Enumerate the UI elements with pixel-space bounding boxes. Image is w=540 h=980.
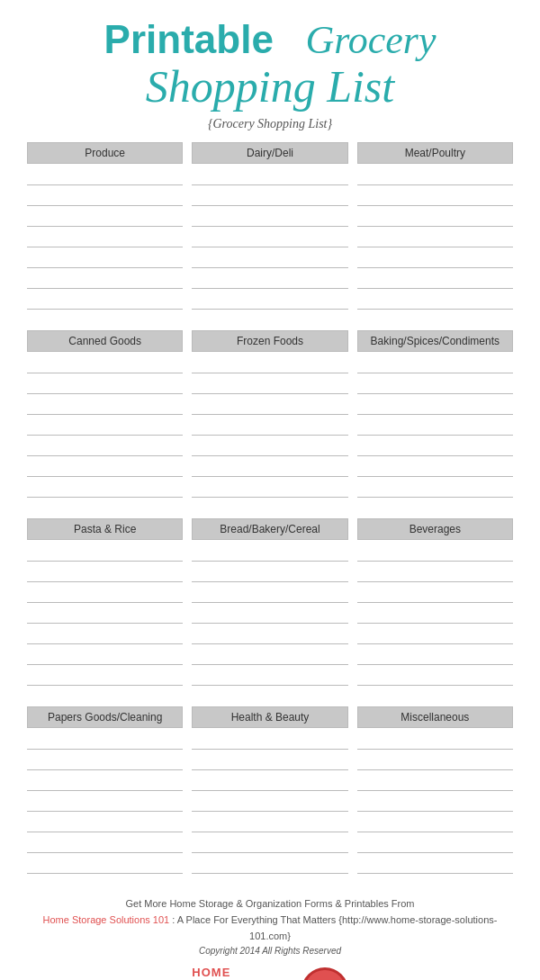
category-meat-poultry: Meat/Poultry <box>357 142 513 310</box>
brand-footer: Home Storage Solutions 101 <box>27 966 513 980</box>
section-row3: Pasta & Rice Bread/Bakery/Cereal Beverag… <box>27 518 513 699</box>
line-row <box>27 457 183 477</box>
section-row2: Canned Goods Frozen Foods Baking/Spices/… <box>27 330 513 511</box>
category-header-bread-bakery: Bread/Bakery/Cereal <box>192 518 347 540</box>
line-row <box>27 542 183 562</box>
line-row <box>192 290 347 310</box>
category-header-produce: Produce <box>27 142 183 164</box>
line-row <box>192 186 347 206</box>
footer-promo-text: Get More Home Storage & Organization For… <box>27 896 513 913</box>
footer-link-text: Home Storage Solutions 101 <box>43 914 170 925</box>
line-row <box>192 604 347 624</box>
line-row <box>27 583 183 603</box>
line-row <box>192 248 347 268</box>
category-header-beverages: Beverages <box>357 518 513 540</box>
line-row <box>357 207 513 227</box>
line-row <box>192 354 347 373</box>
category-header-baking-spices: Baking/Spices/Condiments <box>357 330 513 352</box>
category-header-meat-poultry: Meat/Poultry <box>357 142 513 164</box>
category-health-beauty: Health & Beauty <box>192 706 347 875</box>
line-row <box>357 833 513 853</box>
category-baking-spices: Baking/Spices/Condiments <box>357 330 513 499</box>
category-header-canned-goods: Canned Goods <box>27 330 183 352</box>
line-row <box>192 730 347 750</box>
line-row <box>357 248 513 268</box>
line-row <box>192 374 347 394</box>
line-row <box>27 792 183 812</box>
line-row <box>357 625 513 644</box>
footer-link[interactable]: Home Storage Solutions 101 <box>43 914 173 925</box>
title-line1: Printable Grocery <box>27 18 513 62</box>
line-row <box>192 645 347 665</box>
line-row <box>357 813 513 832</box>
subtitle: {Grocery Shopping List} <box>27 117 513 131</box>
line-row <box>192 436 347 456</box>
line-row <box>357 228 513 247</box>
category-header-miscellaneous: Miscellaneous <box>357 706 513 728</box>
category-pasta-rice: Pasta & Rice <box>27 518 183 687</box>
line-row <box>192 478 347 498</box>
category-beverages: Beverages <box>357 518 513 687</box>
line-row <box>27 228 183 247</box>
line-row <box>192 833 347 853</box>
line-row <box>192 166 347 185</box>
footer: Get More Home Storage & Organization For… <box>27 896 513 958</box>
line-row <box>192 771 347 791</box>
line-row <box>27 478 183 498</box>
line-row <box>27 625 183 644</box>
line-row <box>357 562 513 582</box>
line-row <box>27 395 183 415</box>
footer-copyright: Copyright 2014 All Rights Reserved <box>27 944 513 958</box>
line-row <box>357 354 513 373</box>
line-row <box>357 751 513 770</box>
line-row <box>27 166 183 185</box>
line-row <box>27 562 183 582</box>
line-row <box>27 354 183 373</box>
title-printable: Printable <box>104 17 274 61</box>
category-paper-goods: Papers Goods/Cleaning <box>27 706 183 875</box>
line-row <box>357 269 513 289</box>
line-row <box>27 813 183 832</box>
line-row <box>357 730 513 750</box>
line-row <box>357 792 513 812</box>
category-frozen-foods: Frozen Foods <box>192 330 347 499</box>
line-row <box>27 290 183 310</box>
header: Printable Grocery Shopping List {Grocery… <box>27 18 513 131</box>
line-row <box>27 416 183 436</box>
line-row <box>357 604 513 624</box>
line-row <box>357 542 513 562</box>
line-row <box>27 269 183 289</box>
line-row <box>357 374 513 394</box>
line-row <box>192 395 347 415</box>
line-row <box>192 457 347 477</box>
line-row <box>192 207 347 227</box>
category-canned-goods: Canned Goods <box>27 330 183 499</box>
line-row <box>192 228 347 247</box>
line-row <box>27 730 183 750</box>
line-row <box>192 416 347 436</box>
line-row <box>27 186 183 206</box>
line-row <box>192 792 347 812</box>
line-row <box>27 207 183 227</box>
line-row <box>192 666 347 686</box>
line-row <box>27 854 183 874</box>
category-header-paper-goods: Papers Goods/Cleaning <box>27 706 183 728</box>
line-row <box>27 436 183 456</box>
line-row <box>357 416 513 436</box>
line-row <box>357 771 513 791</box>
line-row <box>27 833 183 853</box>
line-row <box>357 583 513 603</box>
line-row <box>357 395 513 415</box>
line-row <box>357 645 513 665</box>
category-produce: Produce <box>27 142 183 310</box>
line-row <box>357 666 513 686</box>
line-row <box>192 854 347 874</box>
brand-text-group: Home Storage Solutions <box>192 966 295 980</box>
category-bread-bakery: Bread/Bakery/Cereal <box>192 518 347 687</box>
category-header-dairy-deli: Dairy/Deli <box>192 142 347 164</box>
line-row <box>192 813 347 832</box>
page: Printable Grocery Shopping List {Grocery… <box>0 0 540 980</box>
line-row <box>192 562 347 582</box>
line-row <box>192 625 347 644</box>
line-row <box>357 166 513 185</box>
